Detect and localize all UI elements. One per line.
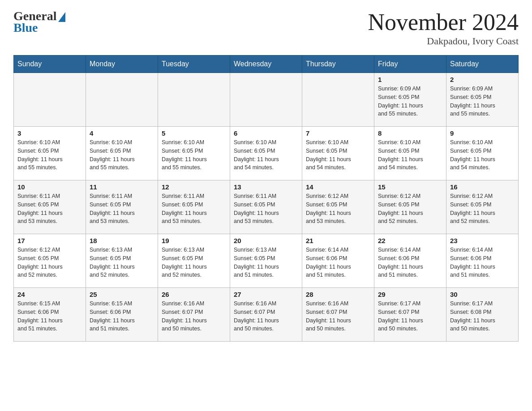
day-info: Sunrise: 6:13 AMSunset: 6:05 PMDaylight:… <box>162 246 226 279</box>
calendar-cell: 9Sunrise: 6:10 AMSunset: 6:05 PMDaylight… <box>446 127 519 180</box>
day-number: 18 <box>90 237 154 244</box>
day-info: Sunrise: 6:10 AMSunset: 6:05 PMDaylight:… <box>162 138 226 172</box>
day-number: 7 <box>306 129 370 137</box>
day-info: Sunrise: 6:12 AMSunset: 6:05 PMDaylight:… <box>450 192 515 226</box>
day-number: 28 <box>306 291 370 298</box>
calendar-cell: 16Sunrise: 6:12 AMSunset: 6:05 PMDayligh… <box>446 180 519 234</box>
day-of-week-header: Sunday <box>14 56 86 73</box>
day-number: 15 <box>378 183 442 191</box>
calendar-cell <box>302 73 374 127</box>
day-info: Sunrise: 6:10 AMSunset: 6:05 PMDaylight:… <box>378 138 442 172</box>
calendar-cell: 29Sunrise: 6:17 AMSunset: 6:07 PMDayligh… <box>374 288 446 342</box>
calendar-cell <box>230 73 302 127</box>
day-info: Sunrise: 6:14 AMSunset: 6:06 PMDaylight:… <box>306 246 370 279</box>
day-info: Sunrise: 6:16 AMSunset: 6:07 PMDaylight:… <box>306 300 370 333</box>
day-info: Sunrise: 6:12 AMSunset: 6:05 PMDaylight:… <box>17 246 82 279</box>
calendar-cell: 30Sunrise: 6:17 AMSunset: 6:08 PMDayligh… <box>446 288 519 342</box>
day-number: 20 <box>234 237 298 244</box>
day-number: 26 <box>162 291 226 298</box>
calendar-cell: 7Sunrise: 6:10 AMSunset: 6:05 PMDaylight… <box>302 127 374 180</box>
day-of-week-header: Tuesday <box>158 56 230 73</box>
calendar-cell: 1Sunrise: 6:09 AMSunset: 6:05 PMDaylight… <box>374 73 446 127</box>
calendar-cell: 19Sunrise: 6:13 AMSunset: 6:05 PMDayligh… <box>158 234 230 288</box>
day-number: 17 <box>17 237 82 244</box>
day-info: Sunrise: 6:11 AMSunset: 6:05 PMDaylight:… <box>17 192 82 226</box>
day-of-week-header: Wednesday <box>230 56 302 73</box>
day-info: Sunrise: 6:17 AMSunset: 6:08 PMDaylight:… <box>450 300 515 333</box>
calendar-subtitle: Dakpadou, Ivory Coast <box>368 35 519 47</box>
day-number: 8 <box>378 129 442 137</box>
day-number: 22 <box>378 237 442 244</box>
day-number: 6 <box>234 129 298 137</box>
calendar-cell <box>158 73 230 127</box>
day-info: Sunrise: 6:10 AMSunset: 6:05 PMDaylight:… <box>90 138 154 172</box>
day-info: Sunrise: 6:12 AMSunset: 6:05 PMDaylight:… <box>306 192 370 226</box>
day-number: 19 <box>162 237 226 244</box>
calendar-cell: 6Sunrise: 6:10 AMSunset: 6:05 PMDaylight… <box>230 127 302 180</box>
calendar-cell: 10Sunrise: 6:11 AMSunset: 6:05 PMDayligh… <box>14 180 86 234</box>
calendar-cell: 27Sunrise: 6:16 AMSunset: 6:07 PMDayligh… <box>230 288 302 342</box>
day-of-week-header: Monday <box>86 56 158 73</box>
day-info: Sunrise: 6:15 AMSunset: 6:06 PMDaylight:… <box>17 300 82 333</box>
calendar-cell <box>14 73 86 127</box>
calendar-cell: 26Sunrise: 6:16 AMSunset: 6:07 PMDayligh… <box>158 288 230 342</box>
day-of-week-header: Friday <box>374 56 446 73</box>
day-info: Sunrise: 6:09 AMSunset: 6:05 PMDaylight:… <box>450 85 515 118</box>
day-number: 25 <box>90 291 154 298</box>
day-info: Sunrise: 6:16 AMSunset: 6:07 PMDaylight:… <box>162 300 226 333</box>
day-number: 11 <box>90 183 154 191</box>
calendar-cell: 3Sunrise: 6:10 AMSunset: 6:05 PMDaylight… <box>14 127 86 180</box>
calendar-cell: 28Sunrise: 6:16 AMSunset: 6:07 PMDayligh… <box>302 288 374 342</box>
calendar-week-row: 17Sunrise: 6:12 AMSunset: 6:05 PMDayligh… <box>14 234 519 288</box>
calendar-cell: 23Sunrise: 6:14 AMSunset: 6:06 PMDayligh… <box>446 234 519 288</box>
day-info: Sunrise: 6:14 AMSunset: 6:06 PMDaylight:… <box>450 246 515 279</box>
calendar-week-row: 10Sunrise: 6:11 AMSunset: 6:05 PMDayligh… <box>14 180 519 234</box>
calendar-cell: 5Sunrise: 6:10 AMSunset: 6:05 PMDaylight… <box>158 127 230 180</box>
calendar-cell: 8Sunrise: 6:10 AMSunset: 6:05 PMDaylight… <box>374 127 446 180</box>
calendar-cell: 12Sunrise: 6:11 AMSunset: 6:05 PMDayligh… <box>158 180 230 234</box>
day-number: 5 <box>162 129 226 137</box>
calendar-week-row: 1Sunrise: 6:09 AMSunset: 6:05 PMDaylight… <box>14 73 519 127</box>
day-info: Sunrise: 6:10 AMSunset: 6:05 PMDaylight:… <box>306 138 370 172</box>
logo-blue-text: Blue <box>13 21 38 35</box>
calendar-cell: 14Sunrise: 6:12 AMSunset: 6:05 PMDayligh… <box>302 180 374 234</box>
calendar-cell: 22Sunrise: 6:14 AMSunset: 6:06 PMDayligh… <box>374 234 446 288</box>
title-area: November 2024 Dakpadou, Ivory Coast <box>368 9 519 47</box>
day-number: 21 <box>306 237 370 244</box>
day-info: Sunrise: 6:17 AMSunset: 6:07 PMDaylight:… <box>378 300 442 333</box>
calendar-cell <box>86 73 158 127</box>
calendar-cell: 11Sunrise: 6:11 AMSunset: 6:05 PMDayligh… <box>86 180 158 234</box>
calendar-table: SundayMondayTuesdayWednesdayThursdayFrid… <box>13 55 519 342</box>
day-number: 3 <box>17 129 82 137</box>
calendar-title: November 2024 <box>368 9 519 35</box>
calendar-cell: 20Sunrise: 6:13 AMSunset: 6:05 PMDayligh… <box>230 234 302 288</box>
day-number: 14 <box>306 183 370 191</box>
day-info: Sunrise: 6:13 AMSunset: 6:05 PMDaylight:… <box>90 246 154 279</box>
day-number: 16 <box>450 183 515 191</box>
logo: General Blue <box>13 9 65 35</box>
page-header: General Blue November 2024 Dakpadou, Ivo… <box>13 9 519 47</box>
calendar-week-row: 3Sunrise: 6:10 AMSunset: 6:05 PMDaylight… <box>14 127 519 180</box>
calendar-cell: 21Sunrise: 6:14 AMSunset: 6:06 PMDayligh… <box>302 234 374 288</box>
day-number: 24 <box>17 291 82 298</box>
day-number: 10 <box>17 183 82 191</box>
day-info: Sunrise: 6:10 AMSunset: 6:05 PMDaylight:… <box>450 138 515 172</box>
day-number: 13 <box>234 183 298 191</box>
day-info: Sunrise: 6:10 AMSunset: 6:05 PMDaylight:… <box>17 138 82 172</box>
day-number: 4 <box>90 129 154 137</box>
day-of-week-header: Saturday <box>446 56 519 73</box>
day-info: Sunrise: 6:11 AMSunset: 6:05 PMDaylight:… <box>162 192 226 226</box>
day-number: 30 <box>450 291 515 298</box>
day-number: 1 <box>378 76 442 83</box>
day-info: Sunrise: 6:16 AMSunset: 6:07 PMDaylight:… <box>234 300 298 333</box>
calendar-cell: 25Sunrise: 6:15 AMSunset: 6:06 PMDayligh… <box>86 288 158 342</box>
calendar-header-row: SundayMondayTuesdayWednesdayThursdayFrid… <box>14 56 519 73</box>
day-info: Sunrise: 6:10 AMSunset: 6:05 PMDaylight:… <box>234 138 298 172</box>
calendar-cell: 18Sunrise: 6:13 AMSunset: 6:05 PMDayligh… <box>86 234 158 288</box>
day-info: Sunrise: 6:13 AMSunset: 6:05 PMDaylight:… <box>234 246 298 279</box>
calendar-week-row: 24Sunrise: 6:15 AMSunset: 6:06 PMDayligh… <box>14 288 519 342</box>
day-info: Sunrise: 6:15 AMSunset: 6:06 PMDaylight:… <box>90 300 154 333</box>
calendar-cell: 17Sunrise: 6:12 AMSunset: 6:05 PMDayligh… <box>14 234 86 288</box>
calendar-cell: 15Sunrise: 6:12 AMSunset: 6:05 PMDayligh… <box>374 180 446 234</box>
day-number: 27 <box>234 291 298 298</box>
